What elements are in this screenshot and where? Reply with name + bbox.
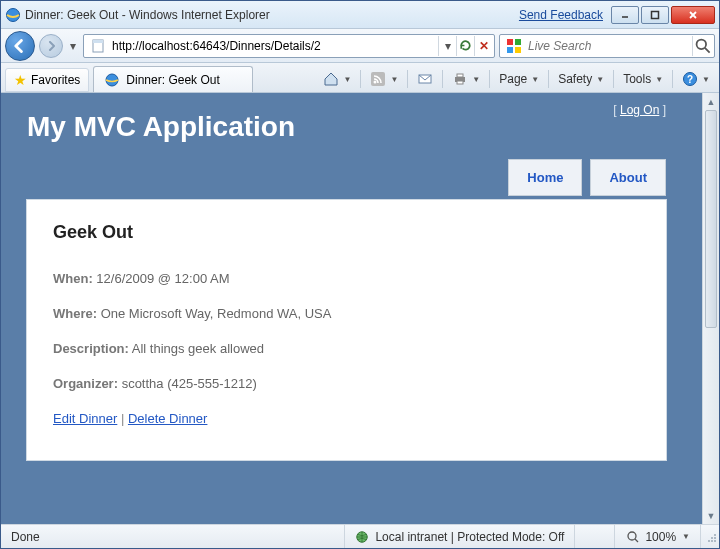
scroll-up-button[interactable]: ▲	[703, 93, 719, 110]
svg-point-25	[714, 540, 716, 542]
separator	[442, 70, 443, 88]
window-buttons	[611, 6, 715, 24]
favorites-button[interactable]: ★ Favorites	[5, 68, 89, 92]
home-button[interactable]: ▼	[318, 67, 356, 91]
refresh-button[interactable]	[456, 36, 474, 56]
page-body: [ Log On ] My MVC Application Home About…	[1, 93, 702, 524]
vertical-scrollbar[interactable]: ▲ ▼	[702, 93, 719, 524]
send-feedback-link[interactable]: Send Feedback	[519, 8, 603, 22]
svg-point-29	[711, 537, 713, 539]
safety-menu[interactable]: Safety▼	[553, 67, 609, 91]
close-button[interactable]	[671, 6, 715, 24]
scroll-track[interactable]	[703, 110, 719, 507]
separator	[548, 70, 549, 88]
maximize-button[interactable]	[641, 6, 669, 24]
feeds-button[interactable]: ▼	[365, 67, 403, 91]
app-title: My MVC Application	[27, 111, 682, 143]
address-bar: ▾ ✕	[83, 34, 495, 58]
forward-button[interactable]	[39, 34, 63, 58]
svg-text:?: ?	[687, 74, 693, 85]
separator	[407, 70, 408, 88]
resize-grip[interactable]	[701, 529, 719, 545]
separator	[672, 70, 673, 88]
dinner-heading: Geek Out	[53, 222, 640, 243]
titlebar: Dinner: Geek Out - Windows Internet Expl…	[1, 1, 719, 29]
zoom-icon	[625, 529, 641, 545]
back-button[interactable]	[5, 31, 35, 61]
browser-tab[interactable]: Dinner: Geek Out	[93, 66, 253, 92]
svg-rect-6	[93, 40, 103, 43]
svg-point-15	[374, 81, 377, 84]
nav-home[interactable]: Home	[508, 159, 582, 196]
svg-point-27	[714, 537, 716, 539]
tabs-row: ★ Favorites Dinner: Geek Out ▼ ▼ ▼	[1, 63, 719, 93]
svg-rect-14	[371, 72, 385, 86]
svg-point-30	[714, 534, 716, 536]
search-bar	[499, 34, 715, 58]
live-search-icon	[506, 38, 522, 54]
security-zone[interactable]: Local intranet | Protected Mode: Off	[345, 525, 575, 548]
nav-about[interactable]: About	[590, 159, 666, 196]
dinner-when: When: 12/6/2009 @ 12:00 AM	[53, 271, 640, 286]
ie-tab-icon	[104, 72, 120, 88]
status-text: Done	[1, 525, 345, 548]
scroll-down-button[interactable]: ▼	[703, 507, 719, 524]
svg-point-23	[628, 532, 636, 540]
dinner-actions: Edit Dinner | Delete Dinner	[53, 411, 640, 426]
delete-dinner-link[interactable]: Delete Dinner	[128, 411, 208, 426]
zoom-control[interactable]: 100% ▼	[615, 525, 701, 548]
nav-row: ▾ ▾ ✕	[1, 29, 719, 63]
address-input[interactable]	[110, 36, 438, 56]
edit-dinner-link[interactable]: Edit Dinner	[53, 411, 117, 426]
page-menu[interactable]: Page▼	[494, 67, 544, 91]
svg-rect-10	[515, 47, 521, 53]
logon-link[interactable]: Log On	[620, 103, 659, 117]
star-icon: ★	[14, 72, 27, 88]
svg-rect-2	[652, 11, 659, 18]
dinner-description: Description: All things geek allowed	[53, 341, 640, 356]
scroll-thumb[interactable]	[705, 110, 717, 328]
svg-rect-9	[507, 47, 513, 53]
globe-icon	[355, 530, 369, 544]
nav-tabs: Home About	[21, 159, 666, 196]
svg-line-12	[705, 48, 710, 53]
separator	[613, 70, 614, 88]
status-progress	[575, 525, 615, 548]
read-mail-button[interactable]	[412, 67, 438, 91]
svg-rect-19	[457, 81, 463, 84]
separator	[360, 70, 361, 88]
content-card: Geek Out When: 12/6/2009 @ 12:00 AM Wher…	[27, 200, 666, 460]
ie-window: Dinner: Geek Out - Windows Internet Expl…	[0, 0, 720, 549]
help-button[interactable]: ?▼	[677, 67, 715, 91]
search-input[interactable]	[526, 36, 692, 56]
svg-point-28	[708, 540, 710, 542]
tab-title: Dinner: Geek Out	[126, 73, 219, 87]
favorites-label: Favorites	[31, 73, 80, 87]
print-button[interactable]: ▼	[447, 67, 485, 91]
address-dropdown[interactable]: ▾	[438, 36, 456, 56]
svg-rect-7	[507, 39, 513, 45]
login-area: [ Log On ]	[613, 103, 666, 117]
command-toolbar: ▼ ▼ ▼ Page▼ Safety▼ Tools▼ ?▼	[318, 66, 715, 92]
svg-rect-8	[515, 39, 521, 45]
window-title: Dinner: Geek Out - Windows Internet Expl…	[25, 8, 270, 22]
status-bar: Done Local intranet | Protected Mode: Of…	[1, 524, 719, 548]
nav-history-dropdown[interactable]: ▾	[67, 34, 79, 58]
separator	[489, 70, 490, 88]
tools-menu[interactable]: Tools▼	[618, 67, 668, 91]
dinner-organizer: Organizer: scottha (425-555-1212)	[53, 376, 640, 391]
stop-button[interactable]: ✕	[474, 36, 492, 56]
svg-rect-18	[457, 74, 463, 77]
dinner-where: Where: One Microsoft Way, Redmond WA, US…	[53, 306, 640, 321]
svg-point-11	[697, 40, 707, 50]
ie-icon	[5, 7, 21, 23]
search-button[interactable]	[692, 36, 712, 56]
minimize-button[interactable]	[611, 6, 639, 24]
svg-point-26	[711, 540, 713, 542]
page-icon	[90, 38, 106, 54]
viewport: [ Log On ] My MVC Application Home About…	[1, 93, 719, 524]
svg-line-24	[635, 539, 638, 542]
